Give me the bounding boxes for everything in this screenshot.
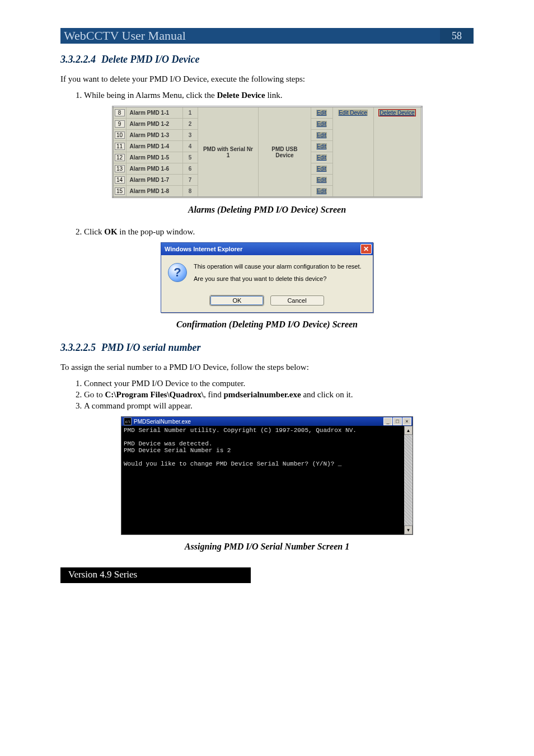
scroll-down-icon[interactable]: ▼ bbox=[404, 525, 413, 534]
edit-link[interactable]: Edit bbox=[316, 121, 327, 127]
maximize-icon[interactable]: □ bbox=[393, 417, 402, 425]
alarm-name: Alarm PMD 1-1 bbox=[126, 107, 182, 119]
edit-link[interactable]: Edit bbox=[316, 110, 327, 116]
alarm-name: Alarm PMD 1-7 bbox=[126, 175, 182, 186]
confirm-dialog: Windows Internet Explorer ✕ ? This opera… bbox=[161, 242, 373, 313]
scroll-up-icon[interactable]: ▲ bbox=[404, 426, 413, 435]
alarm-channel: 3 bbox=[182, 130, 198, 141]
console-output: PMD Serial Number utility. Copyright (C)… bbox=[121, 426, 404, 534]
device-serial-cell: PMD with Serial Nr 1 bbox=[198, 107, 259, 198]
close-icon[interactable]: × bbox=[402, 417, 411, 425]
alarm-channel: 8 bbox=[182, 186, 198, 198]
edit-device-link[interactable]: Edit Device bbox=[338, 110, 368, 116]
section-3-3-2-2-4-heading: 3.3.2.2.4Delete PMD I/O Device bbox=[60, 54, 474, 65]
row-index: 14 bbox=[115, 176, 125, 184]
console-title: PMDSerialNumber.exe bbox=[134, 419, 191, 425]
alarm-channel: 1 bbox=[182, 107, 198, 119]
minimize-icon[interactable]: _ bbox=[383, 417, 392, 425]
row-index: 9 bbox=[115, 120, 125, 128]
serial-step-1: Connect your PMD I/O Device to the compu… bbox=[84, 379, 474, 388]
doc-title: WebCCTV User Manual bbox=[60, 29, 440, 43]
table-row: 8Alarm PMD 1-11PMD with Serial Nr 1PMD U… bbox=[113, 107, 421, 119]
caption-console: Assigning PMD I/O Serial Number Screen 1 bbox=[60, 542, 474, 552]
step-2: Click OK in the pop-up window. bbox=[84, 227, 474, 237]
alarm-table: 8Alarm PMD 1-11PMD with Serial Nr 1PMD U… bbox=[112, 106, 423, 198]
header-bar: WebCCTV User Manual 58 bbox=[60, 28, 474, 44]
dialog-line1: This operation will cause your alarm con… bbox=[194, 263, 362, 270]
alarm-channel: 7 bbox=[182, 175, 198, 186]
alarm-channel: 6 bbox=[182, 163, 198, 175]
alarm-channel: 4 bbox=[182, 141, 198, 152]
edit-link[interactable]: Edit bbox=[316, 154, 327, 161]
section-3-3-2-2-5-heading: 3.3.2.2.5PMD I/O serial number bbox=[60, 342, 474, 354]
console-titlebar: c:\ PMDSerialNumber.exe _ □ × bbox=[121, 417, 413, 426]
console-icon: c:\ bbox=[124, 417, 132, 425]
row-index: 8 bbox=[115, 109, 125, 116]
alarm-name: Alarm PMD 1-2 bbox=[126, 119, 182, 130]
alarm-channel: 2 bbox=[182, 119, 198, 130]
version-label: Version 4.9 Series bbox=[60, 567, 251, 583]
question-icon: ? bbox=[168, 263, 187, 282]
caption-confirm: Confirmation (Deleting PMD I/O Device) S… bbox=[60, 320, 474, 330]
edit-link[interactable]: Edit bbox=[316, 166, 327, 172]
footer: Version 4.9 Series bbox=[60, 567, 474, 583]
close-icon[interactable]: ✕ bbox=[360, 244, 372, 254]
console-window: c:\ PMDSerialNumber.exe _ □ × PMD Serial… bbox=[121, 416, 413, 535]
step-1: While being in Alarms Menu, click the De… bbox=[84, 91, 474, 100]
alarm-name: Alarm PMD 1-5 bbox=[126, 152, 182, 163]
alarm-name: Alarm PMD 1-4 bbox=[126, 141, 182, 152]
row-index: 12 bbox=[115, 154, 125, 161]
row-index: 15 bbox=[115, 187, 125, 195]
row-index: 13 bbox=[115, 165, 125, 172]
ok-button[interactable]: OK bbox=[210, 295, 264, 306]
dialog-line2: Are you sure that you want to delete thi… bbox=[194, 275, 362, 282]
row-index: 11 bbox=[115, 143, 125, 150]
device-type-cell: PMD USB Device bbox=[259, 107, 311, 198]
edit-link[interactable]: Edit bbox=[316, 188, 327, 194]
serial-step-3: A command prompt will appear. bbox=[84, 401, 474, 411]
steps-delete-2: Click OK in the pop-up window. bbox=[74, 227, 474, 237]
dialog-title: Windows Internet Explorer bbox=[165, 246, 242, 252]
alarm-name: Alarm PMD 1-8 bbox=[126, 186, 182, 198]
dialog-titlebar: Windows Internet Explorer ✕ bbox=[161, 243, 373, 255]
paragraph-intro-serial: To assign the serial number to a PMD I/O… bbox=[60, 363, 474, 372]
alarm-channel: 5 bbox=[182, 152, 198, 163]
delete-device-link[interactable]: Delete Device bbox=[378, 109, 415, 116]
steps-delete: While being in Alarms Menu, click the De… bbox=[74, 91, 474, 100]
serial-step-2: Go to C:\Program Files\Quadrox\, find pm… bbox=[84, 390, 474, 400]
edit-link[interactable]: Edit bbox=[316, 132, 327, 138]
scroll-track[interactable] bbox=[404, 435, 413, 525]
cancel-button[interactable]: Cancel bbox=[270, 295, 324, 306]
edit-link[interactable]: Edit bbox=[316, 143, 327, 149]
row-index: 10 bbox=[115, 132, 125, 139]
scrollbar[interactable]: ▲ ▼ bbox=[404, 426, 413, 534]
edit-link[interactable]: Edit bbox=[316, 177, 327, 183]
alarm-name: Alarm PMD 1-3 bbox=[126, 130, 182, 141]
alarm-name: Alarm PMD 1-6 bbox=[126, 163, 182, 175]
paragraph-intro-delete: If you want to delete your PMD I/O Devic… bbox=[60, 74, 474, 84]
caption-alarms: Alarms (Deleting PMD I/O Device) Screen bbox=[60, 205, 474, 215]
steps-serial: Connect your PMD I/O Device to the compu… bbox=[74, 379, 474, 411]
page-number: 58 bbox=[440, 28, 474, 44]
